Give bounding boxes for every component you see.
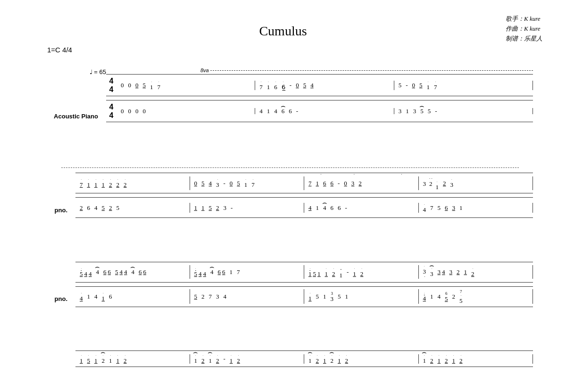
composer-label: 作曲：K kure	[506, 24, 542, 34]
m3-l3: ·1 5 1 3 3 5 1	[304, 291, 418, 302]
m4-l2: ·4 7 5 6 3 1	[419, 203, 533, 213]
upper-measures-2: ·7 ·1 ·1 ·1 ·2 ·2 ·2 0 5	[75, 176, 533, 190]
instrument-name: Acoustic Piano	[52, 79, 100, 153]
timesig-lower: 44	[106, 103, 117, 119]
left-label-4: ⎧	[33, 350, 75, 369]
brace-sym-2: ⎧⎩	[69, 173, 75, 247]
m2-u3: ·5 4 4 4 6 6 1 7	[190, 267, 304, 277]
left-label-1: ♩ = 65 Acoustic Piano ⎧⎩	[33, 66, 106, 153]
rest: -	[406, 82, 408, 88]
m1-u4: ·1 ·5 ·1 ·2 ·1 ·1 ·2	[75, 354, 190, 364]
m2-u4: ·1 ·2 ·1 ·2 - ·1 ·2	[190, 354, 304, 364]
upper-measures-4: ·1 ·5 ·1 ·2 ·1 ·1 ·2 ·1 ·2 ·1	[75, 354, 533, 364]
note-group: 0	[296, 82, 299, 88]
note: ·1	[427, 81, 430, 90]
note: ·1	[267, 81, 270, 90]
m2-u2: 0 5 4 ·3 - 0 5 ·1 ·7	[190, 178, 304, 188]
m4-u3: ·3· ·3 3 4 3 2 1 ·2	[419, 265, 533, 279]
note: ·7	[434, 81, 437, 90]
left-label-3: pno. ⎧⎩	[33, 262, 75, 336]
song-title: Cumulus	[19, 24, 547, 39]
note: 0	[128, 108, 132, 114]
note: 5	[399, 82, 402, 88]
m4-l3: ·4 1 4 6 5 2 7 ·5	[419, 289, 533, 304]
note: 0	[128, 82, 132, 88]
brace-sym-3: ⎧⎩	[69, 262, 75, 336]
note: 3	[413, 108, 416, 114]
system-1: ♩ = 65 Acoustic Piano ⎧⎩ 8va	[33, 66, 533, 153]
rest: -	[435, 108, 437, 114]
m1-l2: 2 6 4 5 2 5	[75, 205, 190, 211]
m3-u4: ·1 ·2 ·1 ·2 ·1 ·2	[304, 354, 418, 364]
title-section: Cumulus	[19, 24, 547, 39]
lower-measures-3: ·4 1 4 ·1 6 5 2 7 3 4	[75, 289, 533, 304]
note: 6	[282, 108, 285, 114]
body-4: ·1 ·5 ·1 ·2 ·1 ·1 ·2 ·1 ·2 ·1	[75, 350, 533, 369]
brace-sym-4: ⎧	[69, 350, 75, 369]
lower-measures-2: 2 6 4 5 2 5 1 1 5 2	[75, 203, 533, 213]
note: 4	[259, 108, 263, 114]
body-3: ·5 4 4 4 6 6 5 4	[75, 262, 533, 336]
m2-l2: 1 1 5 2 3 -	[190, 205, 304, 211]
note: ·7	[259, 81, 263, 90]
upper-measures-3: ·5 4 4 4 6 6 5 4	[75, 265, 533, 279]
system-2: pno. ⎧⎩ ·7 ·1 ·1 ·1 ·2	[33, 173, 533, 247]
note: 0	[412, 82, 416, 88]
note: 1	[406, 108, 409, 114]
body-2: ·7 ·1 ·1 ·1 ·2 ·2 ·2 0 5	[75, 173, 533, 247]
note: 6	[289, 108, 292, 114]
page: Cumulus 歌手：K kure 作曲：K kure 制谱：乐星人 1=C 4…	[0, 0, 566, 392]
upper-staff-1: 44 0 0 0 5 ·1 ·7	[106, 74, 533, 96]
pno-label-2: pno.	[55, 207, 69, 214]
measure-2-lower: 4 1 4 6 6 -	[255, 108, 393, 114]
m4-u4: ·1 ·2 ·1 ·2 ·1 ·2	[419, 354, 533, 364]
measure-2-upper: ·7 ·1 ·6 ·6̲ - 0 5 4	[255, 81, 393, 90]
rest: -	[290, 82, 291, 88]
arranger-label: 制谱：乐星人	[506, 34, 542, 44]
ottava-line: 8va	[200, 67, 533, 73]
note: 4	[310, 82, 314, 88]
note: 5	[143, 82, 146, 88]
measure-3-lower: 3 1 3 5 5 -	[394, 108, 533, 114]
lower-staff-2: 2 6 4 5 2 5 1 1 5 2	[75, 197, 533, 218]
tempo-mark: ♩ = 65	[90, 68, 106, 75]
upper-staff-2: ·7 ·1 ·1 ·1 ·2 ·2 ·2 0 5	[75, 173, 533, 193]
measure-1-upper: 0 0 0 5 ·1 ·7	[117, 81, 255, 90]
system-3: pno. ⎧⎩ ·5 4 4	[33, 262, 533, 336]
meta-info: 歌手：K kure 作曲：K kure 制谱：乐星人	[506, 14, 542, 43]
lower-staff-1: 44 0 0 0 0 4 1	[106, 100, 533, 122]
m1-u3: ·5 4 4 4 6 6 5 4	[75, 267, 190, 277]
body-1: 8va 44 0 0 0	[106, 66, 533, 153]
key-time: 1=C 4/4	[47, 46, 547, 54]
m3-u3: ·1 5 1 ·1 ·2 ·1 - ·1 ·2	[304, 266, 418, 278]
measure-1-lower: 0 0 0 0	[117, 108, 255, 114]
lower-staff-3: ·4 1 4 ·1 6 5 2 7 3 4	[75, 286, 533, 307]
note: 5	[428, 108, 431, 114]
note: 3	[399, 108, 402, 114]
m1-l3: ·4 1 4 ·1 6	[75, 292, 190, 301]
note: ·6̲	[282, 81, 285, 90]
note: ·6	[274, 81, 277, 90]
note: ·7	[158, 81, 161, 90]
measure-3-upper: 5 - 0 5 ·1 ·7	[394, 81, 533, 90]
score-area: ♩ = 65 Acoustic Piano ⎧⎩ 8va	[19, 56, 547, 374]
left-label-2: pno. ⎧⎩	[33, 173, 75, 247]
continuation-dash-line	[61, 167, 519, 168]
note: 5	[419, 82, 423, 88]
note: 0	[121, 82, 124, 88]
lower-measures-1: 0 0 0 0 4 1 4 6 6 -	[117, 108, 533, 114]
m4-u2: · · 3 2 ·1 2 ·3	[419, 176, 533, 190]
rest: -	[296, 108, 298, 114]
note: 0	[135, 108, 139, 114]
upper-staff-4: ·1 ·5 ·1 ·2 ·1 ·1 ·2 ·1 ·2 ·1	[75, 350, 533, 367]
m3-l2: 4 1 4 6 6 -	[304, 205, 418, 211]
note: 0	[121, 108, 124, 114]
upper-measures-1: 0 0 0 5 ·1 ·7 ·7 ·1 ·6	[117, 81, 533, 90]
pno-label-3: pno.	[55, 295, 69, 302]
note: 0	[135, 82, 139, 88]
note: 4	[274, 108, 277, 114]
timesig-upper: 44	[106, 77, 117, 93]
m1-u2: ·7 ·1 ·1 ·1 ·2 ·2 ·2	[75, 178, 190, 188]
singer-label: 歌手：K kure	[506, 14, 542, 24]
note: 5	[303, 82, 307, 88]
